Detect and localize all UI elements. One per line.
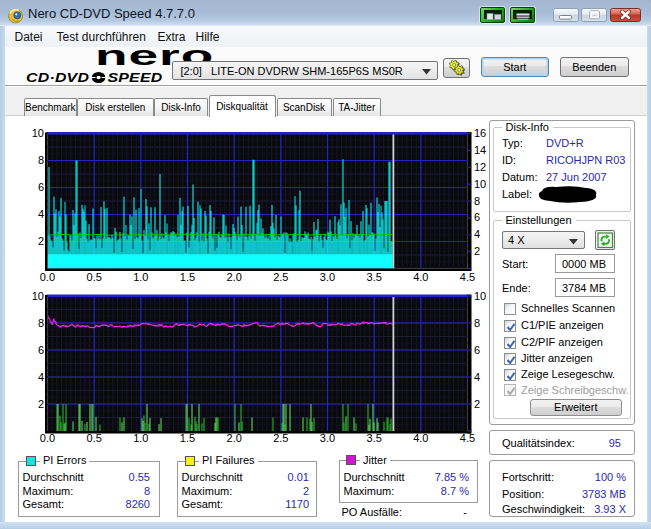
- svg-text:2: 2: [38, 235, 44, 247]
- svg-text:3.0: 3.0: [320, 271, 335, 283]
- svg-text:4.5: 4.5: [460, 271, 475, 283]
- svg-text:3.5: 3.5: [367, 271, 382, 283]
- svg-text:14: 14: [474, 144, 486, 156]
- svg-text:4: 4: [38, 208, 44, 220]
- svg-text:6: 6: [38, 344, 44, 356]
- svg-text:4.5: 4.5: [460, 432, 475, 444]
- svg-text:10: 10: [474, 290, 486, 302]
- svg-text:8: 8: [38, 317, 44, 329]
- svg-text:3.5: 3.5: [367, 432, 382, 444]
- svg-text:1.0: 1.0: [133, 271, 148, 283]
- svg-text:10: 10: [32, 127, 44, 139]
- svg-text:8: 8: [474, 195, 480, 207]
- svg-text:2: 2: [474, 245, 480, 257]
- svg-text:10: 10: [474, 178, 486, 190]
- svg-text:0.5: 0.5: [87, 271, 102, 283]
- svg-text:2: 2: [474, 398, 480, 410]
- svg-text:4.0: 4.0: [413, 432, 428, 444]
- svg-text:8: 8: [38, 154, 44, 166]
- svg-text:1.5: 1.5: [180, 432, 195, 444]
- svg-text:2.5: 2.5: [273, 271, 288, 283]
- svg-text:4: 4: [474, 371, 480, 383]
- svg-text:6: 6: [474, 211, 480, 223]
- svg-text:10: 10: [32, 290, 44, 302]
- svg-text:6: 6: [38, 181, 44, 193]
- svg-text:4: 4: [38, 371, 44, 383]
- svg-text:1.0: 1.0: [133, 432, 148, 444]
- svg-text:1.5: 1.5: [180, 271, 195, 283]
- svg-text:0.0: 0.0: [40, 432, 55, 444]
- svg-text:12: 12: [474, 161, 486, 173]
- svg-text:2: 2: [38, 398, 44, 410]
- svg-text:0.0: 0.0: [40, 271, 55, 283]
- svg-text:0.5: 0.5: [87, 432, 102, 444]
- svg-text:16: 16: [474, 127, 486, 139]
- svg-text:4: 4: [474, 228, 480, 240]
- svg-text:2.0: 2.0: [227, 432, 242, 444]
- svg-text:2.0: 2.0: [227, 271, 242, 283]
- svg-text:4.0: 4.0: [413, 271, 428, 283]
- svg-text:2.5: 2.5: [273, 432, 288, 444]
- svg-text:8: 8: [474, 317, 480, 329]
- svg-text:3.0: 3.0: [320, 432, 335, 444]
- svg-text:6: 6: [474, 344, 480, 356]
